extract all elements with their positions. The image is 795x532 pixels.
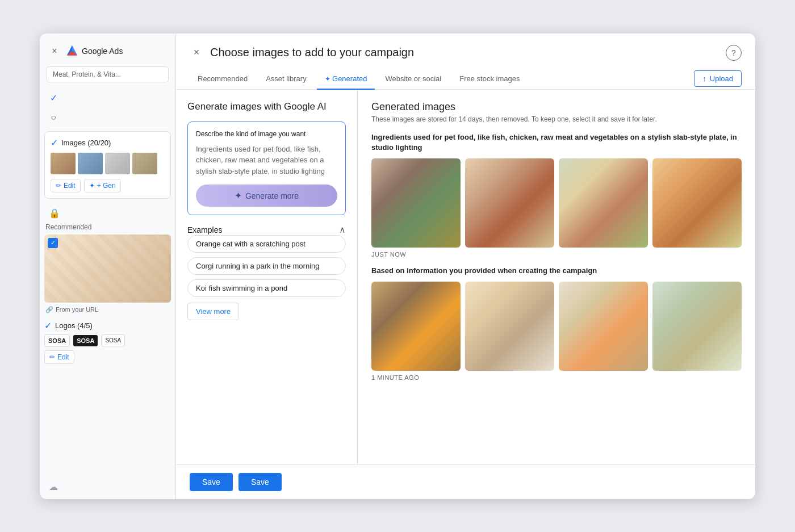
campaign-search[interactable]: Meat, Protein, & Vita... [47,66,169,82]
images-title: Images (20/20) [61,139,111,147]
app-title: Google Ads [82,47,123,56]
gen-image-2-4[interactable] [652,282,742,371]
prompt-label-1: Ingredients used for pet food, like fish… [371,132,742,153]
tab-free-stock[interactable]: Free stock images [451,69,528,90]
logo-row: SOSA SOSA SOSA [44,334,171,347]
nav-check-icon[interactable]: ✓ [44,89,62,107]
upload-button[interactable]: ↑ Upload [694,70,742,87]
save-button-1[interactable]: Save [190,473,233,491]
star-icon: ✦ [325,75,332,83]
tab-recommended[interactable]: Recommended [190,69,256,90]
gen-image-1-2[interactable] [465,158,554,248]
gen-image-1-4[interactable] [652,158,742,248]
edit-logos-button[interactable]: ✏ Edit [44,350,74,364]
thumb-1 [51,153,76,174]
save-button-2[interactable]: Save [238,473,282,491]
gen-textarea-text[interactable]: Ingredients used for pet food, like fish… [196,144,337,177]
logos-check-icon: ✓ [44,320,52,331]
image-grid-1 [371,158,742,248]
timestamp-2: 1 minute ago [371,374,742,381]
spark-icon-generate: ✦ [235,190,242,201]
logos-title: Logos (4/5) [55,321,93,330]
gen-image-2-2[interactable] [465,282,554,371]
generate-panel: Generate images with Google AI Describe … [176,90,358,464]
edit-images-button[interactable]: ✏ Edit [51,179,81,192]
logo-sosa-small: SOSA [101,334,125,346]
dialog-footer: Save Save [176,464,755,499]
sidebar-bottom: ☁ [40,475,175,499]
pencil-icon: ✏ [56,182,61,190]
tab-asset-library[interactable]: Asset library [258,69,315,90]
generate-images-button[interactable]: ✦ + Gen [84,179,121,192]
generate-more-button[interactable]: ✦ Generate more [196,185,337,207]
images-thumbnails [51,153,165,174]
rec-check-icon: ✓ [48,238,58,248]
gen-textarea-label: Describe the kind of image you want [196,130,337,138]
gen-image-2-1[interactable] [371,282,461,371]
lock-icon: 🔒 [49,208,60,218]
logo-sosa-light: SOSA [44,334,70,347]
recommended-label: Recommended [44,223,171,231]
recommended-card[interactable]: ✓ [44,234,171,303]
spark-icon-small: ✦ [89,182,95,190]
thumb-2 [78,153,103,174]
sidebar-close-button[interactable]: × [49,45,60,57]
dialog-close-button[interactable]: × [190,46,203,60]
images-actions: ✏ Edit ✦ + Gen [51,179,165,192]
logo-sosa-dark: SOSA [73,335,98,346]
google-ads-logo: Google Ads [65,44,123,58]
cloud-icon: ☁ [49,481,166,492]
image-grid-2 [371,282,742,371]
dialog-header: × Choose images to add to your campaign … [176,33,755,61]
prompt-label-2: Based on information you provided when c… [371,266,742,276]
upload-section: ↑ Upload [694,70,742,87]
nav-circle-icon[interactable]: ○ [44,108,62,127]
rec-card-bg [44,234,171,303]
recommended-section: Recommended ✓ 🔗 From your URL [44,223,171,317]
chip-corgi[interactable]: Corgi running in a park in the morning [187,257,346,275]
dialog: × Choose images to add to your campaign … [176,33,755,499]
dialog-body: Generate images with Google AI Describe … [176,90,755,464]
images-panel-title: Generated images [371,101,742,113]
gen-textarea-wrap[interactable]: Describe the kind of image you want Ingr… [187,122,346,216]
tabs: Recommended Asset library ✦ Generated We… [176,69,755,90]
lock-section: 🔒 [40,203,175,223]
gen-image-2-3[interactable] [559,282,648,371]
examples-title: Examples [187,225,222,234]
examples-header: Examples ∧ [187,224,346,235]
images-panel: Generated images These images are stored… [358,90,755,464]
logos-section: ✓ Logos (4/5) SOSA SOSA SOSA ✏ Edit [44,320,171,364]
examples-section: Examples ∧ Orange cat with a scratching … [187,224,346,320]
sidebar: × Google Ads Meat, Protein, & Vita... [40,33,176,499]
images-panel-subtitle: These images are stored for 14 days, the… [371,115,742,123]
thumb-4 [132,153,157,174]
gen-image-1-3[interactable] [559,158,648,248]
sidebar-header: × Google Ads [40,33,175,66]
link-icon: 🔗 [45,306,53,313]
thumb-3 [105,153,130,174]
timestamp-1: Just now [371,251,742,258]
gen-panel-title: Generate images with Google AI [187,101,346,112]
tab-website-social[interactable]: Website or social [377,69,449,90]
chip-orange-cat[interactable]: Orange cat with a scratching post [187,235,346,253]
tab-generated[interactable]: ✦ Generated [317,69,375,90]
logos-header: ✓ Logos (4/5) [44,320,171,331]
images-header: ✓ Images (20/20) [51,137,165,148]
chevron-up-icon[interactable]: ∧ [339,224,346,235]
from-url[interactable]: 🔗 From your URL [44,303,171,317]
example-chips: Orange cat with a scratching post Corgi … [187,235,346,297]
view-more-button[interactable]: View more [187,303,239,320]
dialog-title: Choose images to add to your campaign [210,46,719,59]
images-check-icon: ✓ [51,137,58,148]
gen-image-1-1[interactable] [371,158,461,248]
pencil-icon-logos: ✏ [49,353,55,361]
images-section: ✓ Images (20/20) ✏ Edit ✦ + Gen [44,131,171,199]
chip-koi-fish[interactable]: Koi fish swimming in a pond [187,279,346,297]
help-button[interactable]: ? [726,45,742,61]
upload-icon: ↑ [702,74,706,83]
sidebar-nav: ✓ ○ [40,89,175,127]
